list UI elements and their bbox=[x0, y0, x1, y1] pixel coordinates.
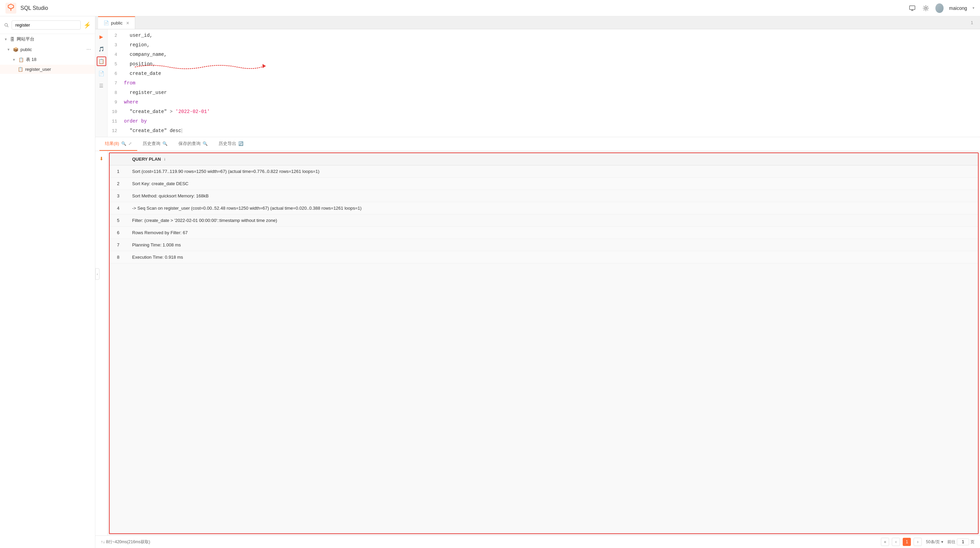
user-chevron[interactable]: ▾ bbox=[972, 6, 975, 10]
row-plan: Rows Removed by Filter: 67 bbox=[127, 227, 978, 239]
tree-arrow: ▼ bbox=[12, 58, 16, 62]
tree-label-tables: 表 18 bbox=[26, 57, 91, 63]
row-number: 8 bbox=[110, 251, 127, 264]
table-icon: 📋 bbox=[18, 67, 23, 72]
expand-icon[interactable]: 1 bbox=[967, 20, 977, 25]
saved-query-label: 保存的查询 bbox=[178, 141, 200, 147]
page-1-button[interactable]: 1 bbox=[903, 538, 911, 546]
goto-page-suffix: 页 bbox=[970, 539, 975, 545]
logo-icon bbox=[5, 3, 16, 14]
results-left-icons: ⬇ bbox=[95, 151, 108, 535]
table-row: 6 Rows Removed by Filter: 67 bbox=[110, 227, 978, 239]
user-avatar[interactable] bbox=[935, 4, 943, 12]
tree-item-tables[interactable]: ▼ 📋 表 18 bbox=[0, 54, 95, 65]
row-plan: Planning Time: 1.008 ms bbox=[127, 239, 978, 251]
row-number: 7 bbox=[110, 239, 127, 251]
history-export-label: 历史导出 bbox=[219, 141, 236, 147]
monitor-icon[interactable] bbox=[908, 4, 916, 12]
code-line-12: 12 "create_date" desc bbox=[108, 126, 980, 135]
search-icon-history: 🔍 bbox=[162, 141, 167, 146]
snippet-icon[interactable]: 🎵 bbox=[97, 44, 106, 54]
tree-item-table[interactable]: 📋 register_user bbox=[0, 65, 95, 74]
row-number: 1 bbox=[110, 165, 127, 178]
copy-icon[interactable]: 📄 bbox=[97, 69, 106, 78]
tab-history-export[interactable]: 历史导出 🔄 bbox=[213, 137, 249, 151]
search-input[interactable] bbox=[11, 21, 81, 30]
tab-bar: 📄 public ✕ 1 bbox=[95, 16, 980, 29]
search-icon-saved: 🔍 bbox=[203, 141, 208, 146]
search-icon bbox=[4, 23, 9, 27]
row-number: 4 bbox=[110, 202, 127, 214]
schema-options[interactable]: ··· bbox=[86, 46, 91, 52]
prev-button[interactable]: ‹ bbox=[892, 538, 900, 546]
tree-label-db: 网站平台 bbox=[17, 36, 91, 42]
tree-label-table: register_user bbox=[25, 67, 91, 72]
code-line-6: 6 create_date bbox=[108, 69, 980, 78]
table-row: 8 Execution Time: 0.918 ms bbox=[110, 251, 978, 264]
code-line-2: 2 user_id, bbox=[108, 31, 980, 40]
prev-prev-button[interactable]: « bbox=[881, 538, 889, 546]
tab-saved-query[interactable]: 保存的查询 🔍 bbox=[173, 137, 213, 151]
row-number: 2 bbox=[110, 178, 127, 190]
results-label: 结果(8) bbox=[105, 141, 119, 147]
sidebar-search-area: ⚡ bbox=[0, 16, 95, 34]
code-line-11: 11 order by bbox=[108, 116, 980, 126]
search-icon-results: 🔍 bbox=[121, 141, 126, 146]
col-row-num bbox=[110, 153, 127, 165]
refresh-icon[interactable]: ⚡ bbox=[83, 21, 91, 29]
page-size-label: 50条/页 bbox=[926, 539, 940, 545]
sidebar-toggle[interactable]: ‹ bbox=[95, 268, 99, 280]
next-button[interactable]: › bbox=[913, 538, 922, 546]
col-query-plan: QUERY PLAN i bbox=[127, 153, 978, 165]
code-line-3: 3 region, bbox=[108, 40, 980, 50]
row-plan: Sort Method: quicksort Memory: 168kB bbox=[127, 190, 978, 202]
status-bar: ↑↓ 8行~420ms(216ms获取) « ‹ 1 › 50条/页 ▾ 前往 … bbox=[95, 535, 980, 548]
status-info: ↑↓ 8行~420ms(216ms获取) bbox=[101, 539, 150, 545]
table-row: 3 Sort Method: quicksort Memory: 168kB bbox=[110, 190, 978, 202]
table-row: 5 Filter: (create_date > '2022-02-01 00:… bbox=[110, 214, 978, 227]
tab-history-query[interactable]: 历史查询 🔍 bbox=[137, 137, 173, 151]
row-plan: Execution Time: 0.918 ms bbox=[127, 251, 978, 264]
row-number: 3 bbox=[110, 190, 127, 202]
tree-item-db[interactable]: ▼ 🗄 网站平台 bbox=[0, 34, 95, 44]
tree-item-schema[interactable]: ▼ 📦 public ··· bbox=[0, 44, 95, 54]
tab-close-button[interactable]: ✕ bbox=[126, 21, 129, 25]
editor-panel-icons: ▶ 🎵 📋 📄 ☰ bbox=[95, 29, 108, 137]
download-icon[interactable]: ⬇ bbox=[97, 154, 106, 164]
settings-icon[interactable] bbox=[922, 4, 930, 12]
svg-rect-1 bbox=[910, 6, 915, 10]
pagination: « ‹ 1 › bbox=[881, 538, 922, 546]
run-icon[interactable]: ▶ bbox=[97, 32, 106, 41]
goto-page-input[interactable] bbox=[957, 538, 969, 545]
code-line-9: 9 where bbox=[108, 97, 980, 107]
row-number: 5 bbox=[110, 214, 127, 227]
main-layout: ⚡ ▼ 🗄 网站平台 ▼ 📦 public ··· ▼ 📋 表 18 📋 reg… bbox=[0, 0, 980, 548]
app-title: SQL Studio bbox=[21, 5, 48, 11]
tables-icon: 📋 bbox=[18, 57, 24, 62]
svg-point-2 bbox=[925, 7, 927, 9]
list-icon[interactable]: ☰ bbox=[97, 81, 106, 91]
table-row: 4 -> Seq Scan on register_user (cost=0.0… bbox=[110, 202, 978, 214]
page-size-arrow[interactable]: ▾ bbox=[941, 540, 943, 544]
expand-icon-results[interactable]: ⤢ bbox=[128, 141, 132, 146]
db-icon: 🗄 bbox=[10, 37, 14, 42]
status-text: ↑↓ 8行~420ms(216ms获取) bbox=[101, 539, 150, 545]
tab-public[interactable]: 📄 public ✕ bbox=[98, 16, 135, 29]
history-query-label: 历史查询 bbox=[143, 141, 161, 147]
code-line-10: 10 "create_date" > '2022-02-01' bbox=[108, 107, 980, 116]
results-table-wrapper: QUERY PLAN i 1 Sort (cost=116.77..119.90… bbox=[109, 152, 978, 534]
refresh-icon-export: 🔄 bbox=[239, 141, 243, 146]
tab-results[interactable]: 结果(8) 🔍 ⤢ bbox=[99, 137, 137, 151]
results-table: QUERY PLAN i 1 Sort (cost=116.77..119.90… bbox=[110, 153, 978, 264]
goto-label: 前往 bbox=[947, 539, 956, 545]
code-editor[interactable]: 2 user_id, 3 region, 4 company_name, 5 p… bbox=[108, 29, 980, 137]
query-toolbar: 结果(8) 🔍 ⤢ 历史查询 🔍 保存的查询 🔍 历史导出 🔄 bbox=[95, 137, 980, 151]
tree-arrow: ▼ bbox=[7, 48, 10, 51]
goto-page: 前往 页 bbox=[947, 538, 975, 545]
tab-label: public bbox=[111, 21, 123, 25]
row-plan: Sort Key: create_date DESC bbox=[127, 178, 978, 190]
table-edit-icon[interactable]: 📋 bbox=[97, 57, 106, 66]
page-size-selector[interactable]: 50条/页 ▾ bbox=[926, 539, 943, 545]
schema-icon: 📦 bbox=[13, 47, 18, 52]
main-content: 📄 public ✕ 1 ▶ 🎵 📋 📄 ☰ 2 use bbox=[95, 16, 980, 548]
